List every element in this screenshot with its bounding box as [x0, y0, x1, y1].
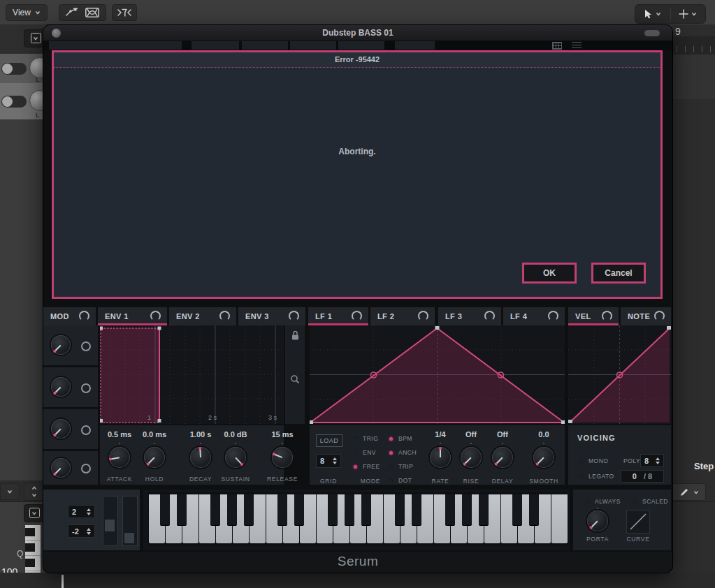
mod-amount-knob[interactable] [51, 377, 71, 397]
delay-knob[interactable] [492, 447, 513, 468]
attack-knob[interactable] [109, 447, 130, 468]
envelope-graph[interactable]: 1 2 s 3 s [100, 325, 284, 424]
scaled-label[interactable]: SCALED [642, 498, 668, 505]
mod-wheel[interactable] [122, 496, 138, 546]
automation-icon[interactable] [66, 8, 78, 17]
scaled-radio[interactable] [633, 500, 637, 504]
zoom-icon[interactable] [290, 374, 300, 384]
ok-button[interactable]: OK [522, 263, 577, 284]
piano-key-black[interactable] [529, 494, 539, 525]
anch-radio[interactable] [389, 451, 393, 455]
smooth-knob[interactable] [533, 447, 554, 468]
tab-env3[interactable]: ENV 3 [238, 307, 305, 325]
piano-key-black[interactable] [462, 494, 472, 525]
env-radio[interactable] [354, 451, 357, 455]
piano-key-black[interactable] [294, 494, 304, 525]
mono-radio[interactable] [579, 460, 583, 463]
grid-view-icon[interactable] [552, 42, 562, 50]
crosshair-tool-button[interactable] [671, 5, 706, 23]
dot-radio[interactable] [389, 479, 393, 483]
legato-radio[interactable] [579, 475, 583, 478]
pitch-wheel[interactable] [103, 496, 118, 546]
porta-knob[interactable] [587, 510, 608, 531]
trip-radio[interactable] [389, 465, 393, 469]
window-resize-pill[interactable] [644, 30, 660, 36]
zoom-stepper[interactable] [24, 483, 45, 501]
trip-label[interactable]: TRIP [398, 463, 413, 470]
curve-display[interactable] [626, 510, 650, 534]
plugin-titlebar[interactable]: Dubstep BASS 01 [43, 25, 672, 41]
env-label[interactable]: ENV [363, 449, 376, 456]
tab-env1[interactable]: ENV 1 [98, 307, 167, 325]
piano-key-black[interactable] [210, 494, 220, 525]
piano-key-black[interactable] [328, 494, 338, 525]
tab-env2[interactable]: ENV 2 [169, 307, 236, 325]
close-icon[interactable] [52, 29, 61, 38]
bypass-toggle[interactable] [1, 96, 27, 108]
playhead-line[interactable] [62, 575, 64, 588]
hold-knob[interactable] [144, 447, 165, 468]
list-view-icon[interactable] [572, 42, 582, 49]
rate-knob[interactable] [430, 447, 451, 468]
mod-amount-knob[interactable] [51, 419, 71, 439]
piano-key-black[interactable] [277, 494, 287, 525]
lfo-graph[interactable] [310, 325, 565, 424]
local-menu-button[interactable] [0, 483, 20, 500]
pencil-tool-button[interactable] [672, 483, 706, 501]
bypass-toggle[interactable] [1, 63, 27, 75]
cancel-button[interactable]: Cancel [591, 263, 646, 284]
free-radio[interactable] [354, 465, 357, 469]
piano-key-black[interactable] [445, 494, 455, 525]
tab-lf1[interactable]: LF 1 [308, 307, 368, 325]
tab-mod[interactable]: MOD [43, 307, 96, 325]
decay-knob[interactable] [190, 447, 211, 468]
tab-lf3[interactable]: LF 3 [438, 307, 501, 325]
piano-key-black[interactable] [395, 494, 405, 525]
piano-key-black[interactable] [361, 494, 371, 525]
bpm-label[interactable]: BPM [398, 435, 412, 442]
free-label[interactable]: FREE [363, 463, 380, 470]
tab-lf4[interactable]: LF 4 [503, 307, 565, 325]
grid-stepper[interactable]: 8 [316, 454, 341, 468]
dot-label[interactable]: DOT [398, 477, 412, 484]
legato-label[interactable]: LEGATO [588, 473, 614, 480]
trig-radio[interactable] [354, 437, 357, 441]
view-menu-button[interactable]: View [6, 4, 48, 21]
tab-vel[interactable]: VEL [568, 307, 619, 325]
bend-up-stepper[interactable]: 2 [68, 505, 95, 518]
tab-lf2[interactable]: LF 2 [370, 307, 435, 325]
piano-key-black[interactable] [177, 494, 187, 525]
sustain-knob[interactable] [225, 447, 246, 468]
always-radio[interactable] [586, 500, 589, 504]
piano-key-black[interactable] [479, 494, 489, 525]
piano-key-black[interactable] [160, 494, 170, 525]
arrow-tool-button[interactable] [635, 5, 670, 23]
trig-label[interactable]: TRIG [363, 435, 378, 442]
piano-keyboard[interactable] [148, 492, 568, 545]
load-button[interactable]: LOAD [316, 434, 342, 447]
piano-key-black[interactable] [227, 494, 237, 525]
always-label[interactable]: ALWAYS [595, 498, 621, 505]
stepper-down-icon [333, 462, 337, 464]
catch-playhead-button[interactable] [112, 4, 137, 21]
timeline-ruler[interactable] [672, 36, 715, 55]
velocity-graph[interactable] [568, 325, 671, 424]
rise-knob[interactable] [461, 447, 482, 468]
anch-label[interactable]: ANCH [398, 449, 417, 456]
piano-key-black[interactable] [412, 494, 421, 525]
piano-key-black[interactable] [512, 494, 522, 525]
lock-icon[interactable] [291, 330, 300, 341]
piano-key-black[interactable] [345, 494, 354, 525]
mod-amount-knob[interactable] [51, 458, 71, 478]
bend-down-stepper[interactable]: -2 [68, 524, 95, 538]
tab-note[interactable]: NOTE [621, 307, 671, 325]
piano-key-white[interactable] [551, 494, 568, 543]
piano-key-black[interactable] [244, 494, 254, 525]
mono-label[interactable]: MONO [588, 457, 608, 464]
poly-stepper[interactable]: 8 [640, 454, 664, 467]
quantize-checkbox[interactable] [24, 504, 45, 522]
release-knob[interactable] [272, 447, 293, 468]
crossfade-icon[interactable] [85, 8, 99, 17]
bpm-radio[interactable] [389, 437, 393, 441]
mod-amount-knob[interactable] [51, 335, 71, 355]
